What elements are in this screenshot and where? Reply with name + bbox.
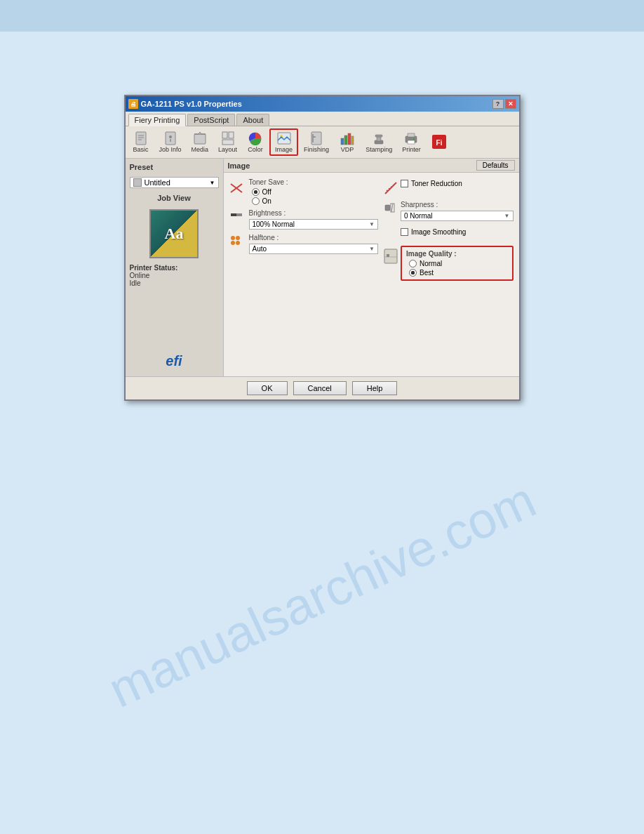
job-preview: Aa — [149, 209, 199, 258]
toner-save-icon — [229, 181, 243, 195]
toner-off-label: Off — [262, 188, 271, 196]
finishing-label: Finishing — [304, 146, 329, 153]
panel-title: Image — [228, 161, 250, 170]
toolbar-basic[interactable]: Basic — [128, 130, 154, 154]
quality-best-radio[interactable] — [409, 269, 417, 277]
stamping-label: Stamping — [365, 146, 392, 153]
halftone-select[interactable]: Auto ▼ — [249, 244, 379, 254]
svg-point-36 — [236, 236, 240, 240]
layout-label: Layout — [218, 146, 237, 153]
toolbar-job-info[interactable]: Job Info — [155, 130, 186, 154]
image-smoothing-checkbox[interactable] — [401, 228, 408, 236]
close-button[interactable]: ✕ — [505, 99, 516, 109]
quality-normal-label: Normal — [420, 260, 442, 267]
toolbar-finishing[interactable]: Finishing — [300, 130, 333, 154]
brightness-select[interactable]: 100% Normal ▼ — [249, 219, 379, 230]
toolbar-stamping[interactable]: Stamping — [361, 130, 396, 154]
sharpness-icon — [384, 202, 398, 216]
quality-normal-option[interactable]: Normal — [409, 260, 508, 267]
svg-marker-8 — [194, 132, 206, 134]
svg-point-5 — [169, 135, 172, 138]
layout-icon — [221, 131, 235, 145]
dialog-footer: OK Cancel Help — [126, 376, 519, 399]
toolbar-media[interactable]: Media — [187, 130, 213, 154]
toner-reduction-checkbox[interactable] — [401, 180, 408, 187]
svg-rect-20 — [348, 133, 351, 145]
toolbar-fiery[interactable]: Fi — [427, 133, 452, 151]
tab-postscript[interactable]: PostScript — [187, 114, 235, 126]
image-quality-label: Image Quality : — [406, 250, 508, 258]
svg-rect-18 — [341, 138, 344, 145]
sharpness-arrow: ▼ — [504, 213, 510, 219]
printer-label: Printer — [402, 146, 421, 153]
image-quality-icon — [384, 249, 398, 263]
toolbar-vdp[interactable]: VDP — [335, 130, 360, 154]
image-quality-box: Image Quality : Normal Best — [401, 246, 514, 281]
image-smoothing-label: Image Smoothing — [411, 228, 466, 236]
brightness-value: 100% Normal — [253, 220, 295, 228]
svg-line-39 — [385, 183, 396, 194]
toner-reduction-option[interactable]: Toner Reduction — [401, 180, 462, 187]
svg-text:Fi: Fi — [436, 139, 442, 147]
toolbar-image[interactable]: Image — [269, 128, 298, 156]
quality-best-label: Best — [420, 269, 434, 277]
toner-reduction-icon — [384, 181, 398, 195]
ok-button[interactable]: OK — [247, 381, 288, 395]
svg-line-43 — [391, 204, 393, 212]
halftone-value: Auto — [253, 245, 267, 253]
brightness-icon — [229, 208, 243, 222]
toner-off-option[interactable]: Off — [252, 188, 379, 196]
media-label: Media — [192, 146, 209, 153]
basic-label: Basic — [133, 146, 148, 153]
sharpness-label: Sharpness : — [401, 201, 514, 208]
image-smoothing-option[interactable]: Image Smoothing — [401, 228, 466, 236]
quality-best-option[interactable]: Best — [409, 269, 508, 277]
color-icon — [248, 131, 262, 145]
image-label: Image — [275, 146, 293, 153]
printer-icon — [404, 131, 418, 145]
cancel-button[interactable]: Cancel — [293, 381, 347, 395]
brightness-group: Brightness : 100% Normal ▼ — [249, 209, 379, 230]
toner-on-label: On — [262, 197, 271, 205]
preset-area: Preset Untitled ▼ — [130, 163, 219, 188]
svg-rect-9 — [222, 132, 227, 138]
job-view-area: Job View Aa — [130, 194, 219, 258]
halftone-label: Halftone : — [249, 234, 379, 241]
job-info-icon — [163, 131, 177, 145]
svg-rect-44 — [384, 249, 397, 263]
toner-on-radio[interactable] — [252, 197, 260, 205]
svg-rect-0 — [136, 132, 146, 145]
quality-normal-radio[interactable] — [409, 260, 417, 267]
preset-value: Untitled — [143, 178, 208, 187]
svg-point-28 — [413, 138, 415, 140]
svg-rect-27 — [408, 140, 415, 144]
halftone-arrow: ▼ — [369, 246, 375, 252]
defaults-button[interactable]: Defaults — [476, 160, 515, 171]
help-footer-button[interactable]: Help — [352, 381, 398, 395]
svg-rect-26 — [408, 133, 415, 137]
toner-save-group: Toner Save : Off On — [249, 178, 379, 205]
media-icon — [193, 131, 207, 145]
job-info-label: Job Info — [159, 146, 182, 153]
sharpness-select[interactable]: 0 Normal ▼ — [401, 211, 514, 221]
toolbar: Basic Job Info Media Layout — [126, 126, 519, 159]
toner-off-radio[interactable] — [252, 188, 260, 196]
image-icon — [277, 131, 291, 145]
halftone-group: Halftone : Auto ▼ — [249, 234, 379, 254]
fiery-logo-icon: Fi — [432, 135, 446, 149]
preset-select[interactable]: Untitled ▼ — [130, 177, 219, 188]
brightness-label: Brightness : — [249, 209, 379, 217]
toolbar-color[interactable]: Color — [243, 130, 268, 154]
color-label: Color — [248, 146, 263, 153]
tab-about[interactable]: About — [236, 114, 269, 126]
toolbar-printer[interactable]: Printer — [398, 130, 425, 154]
toner-on-option[interactable]: On — [252, 197, 379, 205]
toolbar-layout[interactable]: Layout — [214, 130, 241, 154]
printer-status-idle: Idle — [130, 279, 219, 287]
tab-fiery-printing[interactable]: Fiery Printing — [128, 114, 187, 126]
properties-dialog: 🖨 GA-1211 PS v1.0 Properties ? ✕ Fiery P… — [124, 95, 521, 401]
help-button[interactable]: ? — [492, 99, 504, 109]
panel-header: Image Defaults — [224, 159, 519, 173]
image-quality-options: Normal Best — [406, 260, 508, 277]
svg-rect-19 — [344, 135, 347, 145]
